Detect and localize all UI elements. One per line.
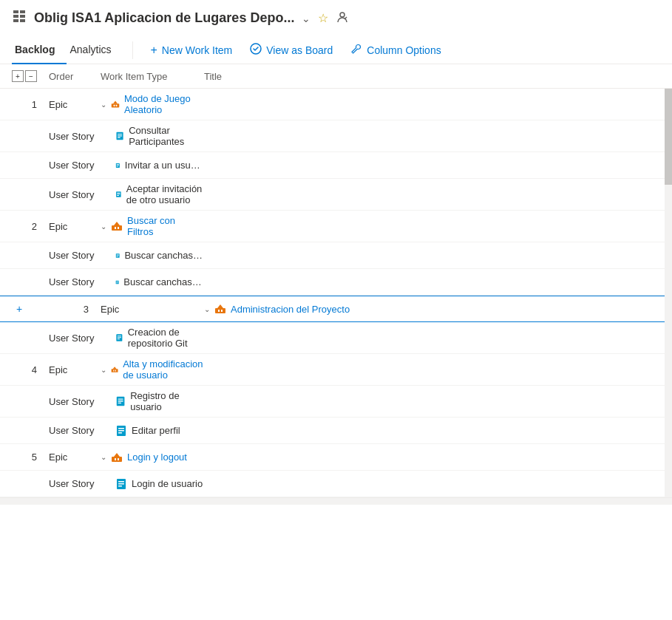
person-icon[interactable] — [336, 10, 349, 27]
story-title-text: Creacion de repositorio Git — [128, 327, 204, 349]
svg-rect-24 — [117, 195, 119, 196]
new-work-item-button[interactable]: + New Work Item — [142, 38, 242, 63]
row-type: User Story — [49, 131, 101, 142]
story-icon — [115, 276, 119, 288]
epic-title-text[interactable]: Login y logout — [127, 452, 187, 463]
row-type: Epic — [49, 452, 101, 463]
epic-title-text[interactable]: Administracion del Proyecto — [231, 304, 350, 315]
svg-rect-60 — [118, 458, 119, 460]
row-title: Invitar a un usuario a una reserva reali… — [101, 160, 204, 171]
svg-rect-42 — [118, 335, 121, 336]
column-options-button[interactable]: Column Options — [342, 37, 449, 64]
svg-point-6 — [340, 13, 345, 17]
row-order: 3 — [49, 304, 101, 315]
row-title: ⌄ Administracion del Proyecto — [204, 303, 660, 315]
table-row[interactable]: 1 Epic ⌄ Modo de Juego Aleatorio — [0, 89, 672, 120]
svg-rect-48 — [115, 370, 116, 372]
horizontal-scrollbar[interactable] — [0, 497, 672, 505]
svg-marker-10 — [113, 101, 118, 103]
epic-icon — [111, 452, 123, 463]
plus-icon: + — [151, 44, 157, 57]
svg-rect-20 — [117, 166, 118, 166]
epic-title-text[interactable]: Buscar con Filtros — [127, 215, 204, 237]
expand-arrow-icon[interactable]: ⌄ — [101, 101, 106, 109]
row-type: User Story — [49, 250, 101, 261]
row-title: Registro de usuario — [101, 390, 204, 412]
expand-arrow-icon[interactable]: ⌄ — [204, 305, 210, 313]
table-row[interactable]: User Story Aceptar invitación de otro us… — [0, 179, 672, 211]
svg-marker-38 — [217, 304, 223, 308]
story-title-text: Editar perfil — [132, 425, 180, 436]
epic-icon — [111, 98, 120, 110]
expand-all-button[interactable]: + — [12, 70, 24, 82]
svg-rect-3 — [20, 15, 25, 18]
svg-rect-56 — [118, 432, 122, 434]
svg-rect-64 — [118, 486, 122, 487]
table-row[interactable]: 5 Epic ⌄ Login y logout — [0, 444, 672, 471]
svg-rect-27 — [115, 227, 116, 229]
table-row[interactable]: User Story Editar perfil — [0, 418, 672, 444]
row-type: User Story — [49, 160, 101, 171]
svg-rect-51 — [118, 401, 123, 401]
row-order: 5 — [12, 452, 49, 463]
row-type: User Story — [49, 276, 101, 287]
story-title-text: Buscar canchas a determinada distancia d… — [123, 276, 204, 287]
expand-arrow-icon[interactable]: ⌄ — [101, 366, 106, 374]
epic-title-text[interactable]: Modo de Juego Aleatorio — [124, 93, 204, 115]
svg-rect-32 — [117, 256, 118, 256]
epic-title-text[interactable]: Alta y modificacion de usuario — [123, 358, 204, 381]
row-title: Buscar canchas a determinada distancia d… — [101, 276, 204, 288]
epic-icon — [111, 220, 123, 232]
svg-rect-37 — [215, 308, 225, 313]
row-order: 2 — [12, 221, 49, 232]
story-icon — [115, 425, 127, 437]
wrench-icon — [350, 43, 362, 58]
story-icon — [115, 395, 126, 407]
scrollbar-thumb[interactable] — [665, 89, 672, 185]
row-type: User Story — [49, 478, 101, 489]
table-row[interactable]: 4 Epic ⌄ Alta y modificacion de usuario — [0, 354, 672, 386]
table-row[interactable]: User Story Buscar canchas para reservar … — [0, 242, 672, 269]
svg-rect-23 — [117, 194, 120, 194]
row-add-cell: + — [12, 302, 49, 316]
order-column-header: Order — [49, 70, 101, 82]
table-row[interactable]: User Story Consultar Participantes — [0, 120, 672, 152]
row-type: User Story — [49, 425, 101, 436]
epic-icon — [111, 364, 118, 375]
svg-rect-19 — [117, 165, 119, 166]
story-title-text: Aceptar invitación de otro usuario — [126, 183, 204, 205]
tab-backlog[interactable]: Backlog — [12, 36, 67, 64]
table-row[interactable]: User Story Registro de usuario — [0, 386, 672, 418]
svg-rect-63 — [118, 483, 124, 485]
svg-rect-52 — [118, 403, 121, 403]
add-row-button[interactable]: + — [12, 302, 27, 316]
tab-analytics[interactable]: Analytics — [67, 36, 123, 64]
view-as-board-button[interactable]: View as Board — [241, 37, 342, 64]
row-type: Epic — [49, 99, 101, 110]
table-row[interactable]: User Story Invitar a un usuario a una re… — [0, 152, 672, 179]
row-title: Buscar canchas para reservar utilizando … — [101, 250, 204, 262]
story-icon — [115, 188, 122, 200]
svg-rect-30 — [117, 254, 119, 255]
table-header: + − Order Work Item Type Title — [0, 64, 672, 89]
table-row[interactable]: User Story Login de usuario — [0, 471, 672, 497]
star-icon[interactable]: ☆ — [318, 11, 328, 25]
nav-divider — [132, 41, 133, 59]
table-row[interactable]: 2 Epic ⌄ Buscar con Filtros — [0, 211, 672, 242]
collapse-all-button[interactable]: − — [25, 70, 37, 82]
scrollbar-track — [665, 89, 672, 497]
chevron-down-icon[interactable]: ⌄ — [302, 13, 310, 24]
expand-arrow-icon[interactable]: ⌄ — [101, 453, 106, 461]
svg-rect-55 — [118, 430, 124, 432]
svg-rect-5 — [20, 19, 25, 22]
story-title-text: Invitar a un usuario a una reserva reali… — [125, 160, 204, 171]
row-title: Login de usuario — [101, 478, 204, 490]
table-row[interactable]: User Story Creacion de repositorio Git — [0, 322, 672, 354]
svg-marker-58 — [114, 453, 120, 457]
table-row[interactable]: + 3 Epic ⌄ Administracion del Proyecto — [0, 296, 672, 322]
table-row[interactable]: User Story Buscar canchas a determinada … — [0, 269, 672, 296]
row-title: Editar perfil — [101, 425, 204, 437]
expand-arrow-icon[interactable]: ⌄ — [101, 222, 106, 231]
svg-marker-26 — [114, 222, 120, 225]
svg-rect-14 — [118, 134, 122, 134]
